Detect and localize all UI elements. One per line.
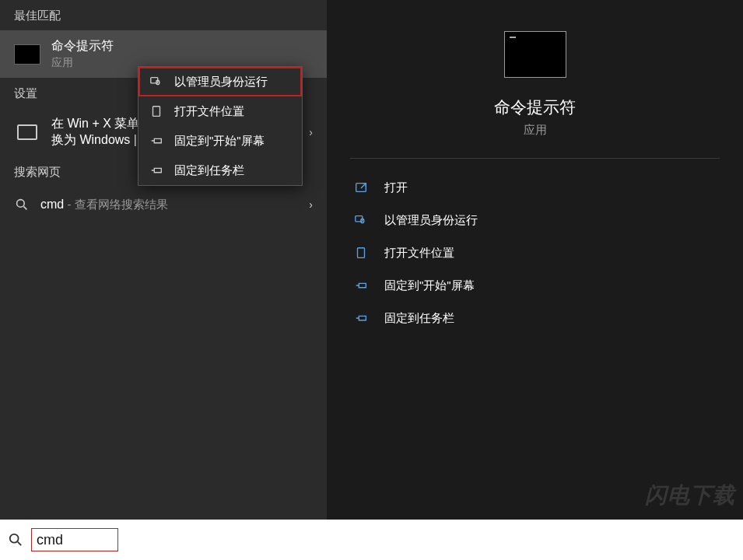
svg-point-0 — [17, 200, 25, 208]
context-pin-to-start[interactable]: 固定到"开始"屏幕 — [138, 126, 302, 156]
web-suffix: - 查看网络搜索结果 — [64, 198, 167, 211]
pin-taskbar-icon — [353, 310, 369, 326]
pin-start-icon — [149, 134, 163, 148]
context-item-label: 以管理员身份运行 — [174, 75, 268, 89]
action-label: 固定到"开始"屏幕 — [384, 278, 475, 293]
settings-line1: 在 Win + X 菜单 — [51, 116, 139, 132]
context-item-label: 打开文件位置 — [174, 104, 244, 119]
action-label: 打开文件位置 — [384, 246, 454, 261]
context-pin-to-taskbar[interactable]: 固定到任务栏 — [138, 156, 302, 185]
watermark: 闪电下载 — [645, 481, 735, 510]
chevron-right-icon: › — [309, 126, 313, 138]
context-menu: 以管理员身份运行 打开文件位置 固定到"开始"屏幕 固定到任务栏 — [138, 66, 303, 186]
chevron-right-icon: › — [309, 198, 313, 211]
app-preview-title: 命令提示符 — [494, 96, 576, 118]
pin-taskbar-icon — [149, 163, 163, 177]
open-icon — [353, 180, 369, 195]
search-bar — [0, 520, 743, 560]
settings-line2: 换为 Windows | — [51, 132, 139, 149]
admin-shield-icon — [353, 212, 369, 228]
best-match-subtitle: 应用 — [51, 56, 114, 70]
web-query: cmd — [40, 198, 64, 211]
app-preview-icon — [504, 31, 566, 78]
action-label: 打开 — [384, 180, 408, 195]
folder-icon — [149, 104, 163, 118]
action-run-as-admin[interactable]: 以管理员身份运行 — [350, 204, 720, 236]
action-open-file-location[interactable]: 打开文件位置 — [350, 236, 720, 269]
svg-rect-6 — [358, 248, 365, 258]
search-input[interactable] — [37, 532, 114, 548]
search-icon — [14, 194, 30, 215]
pin-start-icon — [353, 278, 369, 293]
action-label: 固定到任务栏 — [384, 311, 454, 326]
cmd-icon — [14, 44, 40, 65]
action-open[interactable]: 打开 — [350, 171, 720, 204]
best-match-header: 最佳匹配 — [0, 0, 327, 30]
context-item-label: 固定到任务栏 — [174, 163, 244, 178]
context-item-label: 固定到"开始"屏幕 — [174, 134, 265, 149]
search-icon — [0, 533, 31, 547]
svg-point-7 — [10, 534, 19, 543]
svg-rect-3 — [153, 107, 160, 117]
divider — [350, 158, 720, 159]
action-pin-to-start[interactable]: 固定到"开始"屏幕 — [350, 269, 720, 302]
action-pin-to-taskbar[interactable]: 固定到任务栏 — [350, 302, 720, 334]
folder-icon — [353, 245, 369, 261]
best-match-title: 命令提示符 — [51, 38, 114, 54]
context-run-as-admin[interactable]: 以管理员身份运行 — [138, 67, 302, 96]
context-open-file-location[interactable]: 打开文件位置 — [138, 96, 302, 126]
svg-line-1 — [23, 206, 26, 209]
app-preview-subtitle: 应用 — [524, 123, 547, 138]
svg-line-8 — [18, 542, 22, 546]
admin-shield-icon — [149, 75, 163, 89]
settings-icon — [14, 122, 40, 142]
web-result[interactable]: cmd - 查看网络搜索结果 › — [0, 187, 327, 222]
action-label: 以管理员身份运行 — [384, 213, 478, 228]
